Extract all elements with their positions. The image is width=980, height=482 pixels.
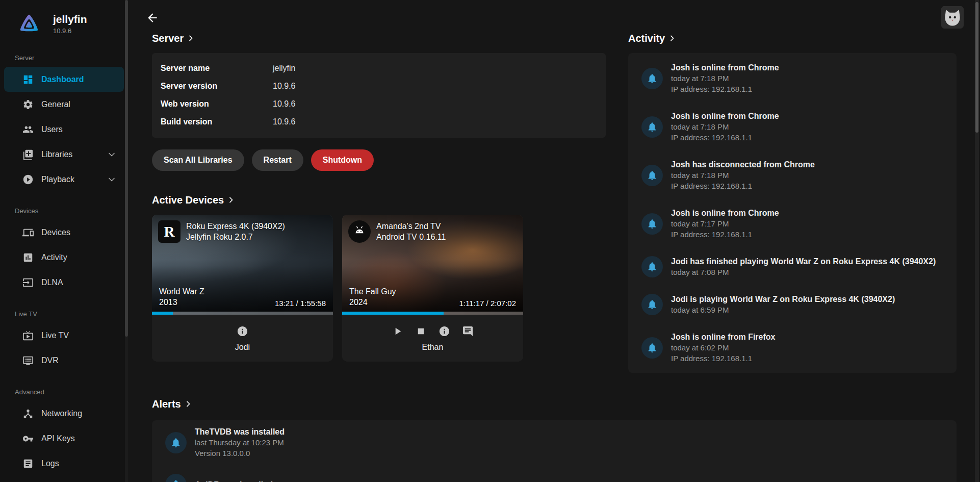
sidebar-item-libraries[interactable]: Libraries <box>4 142 124 167</box>
chevron-right-icon <box>187 34 195 42</box>
activity-time: today at 6:59 PM <box>671 305 895 315</box>
scan-all-libraries-button[interactable]: Scan All Libraries <box>152 149 244 171</box>
sidebar-item-live-tv[interactable]: Live TV <box>4 323 124 348</box>
bell-icon <box>165 474 187 482</box>
activity-item[interactable]: Josh has disconnected from Chrome today … <box>641 159 943 191</box>
bell-icon <box>641 256 663 277</box>
page-scrollbar[interactable] <box>975 0 979 482</box>
sidebar-nav: Server Dashboard General Users Libraries… <box>0 54 128 476</box>
sidebar-item-api-keys[interactable]: API Keys <box>4 426 124 451</box>
active-devices-heading[interactable]: Active Devices <box>152 193 606 207</box>
restart-button[interactable]: Restart <box>252 149 303 171</box>
activity-ip: IP address: 192.168.1.1 <box>671 229 779 240</box>
client-name: Jellyfin Roku 2.0.7 <box>186 232 285 242</box>
chevron-down-icon[interactable] <box>107 174 117 185</box>
playback-progress-fill <box>152 312 173 315</box>
sidebar-item-logs[interactable]: Logs <box>4 451 124 476</box>
nav-section-label: Devices <box>0 207 128 215</box>
sidebar-item-playback[interactable]: Playback <box>4 167 124 192</box>
stop-icon <box>415 325 427 337</box>
server-info-row: Web version 10.9.6 <box>161 95 606 113</box>
playback-progress-fill <box>342 312 444 315</box>
sidebar-item-activity[interactable]: Activity <box>4 245 124 270</box>
device-card-footer: Jodi <box>152 315 333 362</box>
chevron-right-icon <box>227 196 235 204</box>
info-label: Build version <box>161 113 273 131</box>
android-icon <box>348 220 371 243</box>
sidebar-item-label: Live TV <box>41 331 69 340</box>
bell-icon <box>641 294 663 315</box>
stop-button[interactable] <box>415 325 428 338</box>
activity-item[interactable]: Josh is online from Firefox today at 6:0… <box>641 332 943 364</box>
input-icon <box>22 277 34 288</box>
device-card-roku[interactable]: R Roku Express 4K (3940X2) Jellyfin Roku… <box>152 215 333 362</box>
activity-item[interactable]: Jodi has finished playing World War Z on… <box>641 256 943 277</box>
info-icon <box>439 325 450 337</box>
info-icon <box>237 325 248 337</box>
sidebar-item-dashboard[interactable]: Dashboard <box>4 67 124 92</box>
sidebar-item-users[interactable]: Users <box>4 117 124 142</box>
chevron-right-icon <box>668 34 676 42</box>
sidebar-item-label: DVR <box>41 356 59 365</box>
sidebar-item-general[interactable]: General <box>4 92 124 117</box>
avatar-cat-image <box>941 6 964 29</box>
message-button[interactable] <box>461 325 475 338</box>
server-info-row: Server name jellyfin <box>161 59 606 77</box>
chevron-right-icon <box>184 400 192 408</box>
activity-title: Josh is online from Chrome <box>671 111 779 121</box>
back-button[interactable] <box>144 9 161 27</box>
alerts-list: TheTVDB was installed last Thursday at 1… <box>152 420 957 482</box>
activity-heading[interactable]: Activity <box>628 32 957 45</box>
activity-item[interactable]: Jodi is playing World War Z on Roku Expr… <box>641 294 943 315</box>
sidebar-scrollbar-thumb[interactable] <box>125 0 128 337</box>
nav-section-label: Advanced <box>0 388 128 396</box>
play-button[interactable] <box>391 325 404 338</box>
activity-item[interactable]: Josh is online from Chrome today at 7:18… <box>641 111 943 143</box>
sidebar-item-dlna[interactable]: DLNA <box>4 270 124 295</box>
activity-ip: IP address: 192.168.1.1 <box>671 181 815 191</box>
alerts-heading-label: Alerts <box>152 398 181 410</box>
server-actions: Scan All Libraries Restart Shutdown <box>152 149 606 171</box>
activity-time: today at 7:18 PM <box>671 121 779 132</box>
activity-section: Activity Josh is online from Chrome toda… <box>628 32 957 373</box>
jellyfin-logo-icon <box>17 12 41 36</box>
activity-title: Josh is online from Firefox <box>671 332 775 342</box>
alert-title: AniDB was installed <box>195 479 273 482</box>
alerts-heading[interactable]: Alerts <box>152 397 957 411</box>
sidebar-item-devices[interactable]: Devices <box>4 220 124 245</box>
device-name: Amanda's 2nd TV <box>376 221 446 232</box>
info-value: 10.9.6 <box>273 113 295 131</box>
activity-time: today at 7:17 PM <box>671 218 779 229</box>
server-heading-label: Server <box>152 33 184 44</box>
bar-chart-icon <box>22 252 34 263</box>
device-card-android-tv[interactable]: Amanda's 2nd TV Android TV 0.16.11 The F… <box>342 215 523 362</box>
page-scrollbar-thumb[interactable] <box>975 2 978 133</box>
device-card-footer: Ethan <box>342 315 523 362</box>
sidebar-item-networking[interactable]: Networking <box>4 401 124 426</box>
alert-detail: Version 13.0.0.0 <box>195 448 285 459</box>
chevron-down-icon[interactable] <box>107 149 117 160</box>
info-label: Server version <box>161 77 273 95</box>
sidebar-scrollbar[interactable] <box>125 0 128 482</box>
alert-item[interactable]: AniDB was installed <box>165 474 943 482</box>
sidebar-item-label: General <box>41 100 70 109</box>
bell-icon <box>165 432 187 453</box>
key-icon <box>22 433 34 444</box>
activity-item[interactable]: Josh is online from Chrome today at 7:18… <box>641 62 943 94</box>
sidebar-item-dvr[interactable]: DVR <box>4 348 124 373</box>
gear-icon <box>22 99 34 110</box>
alert-item[interactable]: TheTVDB was installed last Thursday at 1… <box>165 426 943 459</box>
info-value: jellyfin <box>273 59 295 77</box>
user-avatar[interactable] <box>941 6 964 29</box>
app-brand[interactable]: jellyfin 10.9.6 <box>0 0 128 39</box>
server-heading[interactable]: Server <box>152 32 606 45</box>
active-devices-row: R Roku Express 4K (3940X2) Jellyfin Roku… <box>152 215 606 362</box>
document-icon <box>22 458 34 469</box>
activity-item[interactable]: Josh is online from Chrome today at 7:17… <box>641 208 943 240</box>
info-button[interactable] <box>438 325 451 338</box>
shutdown-button[interactable]: Shutdown <box>311 149 374 171</box>
play-icon <box>392 325 403 337</box>
info-button[interactable] <box>236 325 249 338</box>
activity-list: Josh is online from Chrome today at 7:18… <box>628 53 957 373</box>
playback-progress-bar <box>342 312 523 315</box>
